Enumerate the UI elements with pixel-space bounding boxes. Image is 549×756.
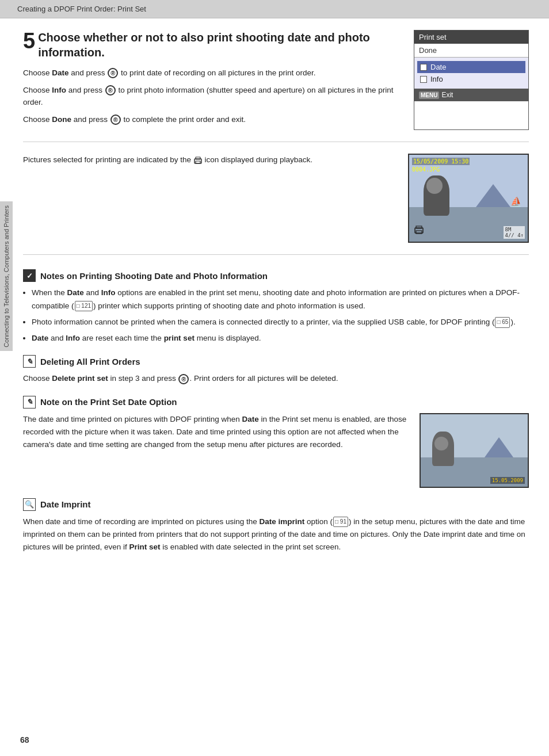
camera-preview: ⛵ 15/05/2009 15:30 0004.JPG 8M4// 4↑ [408, 154, 529, 243]
step-section: 5 Choose whether or not to also print sh… [23, 30, 529, 142]
notes-title: Notes on Printing Shooting Date and Phot… [40, 271, 268, 281]
preview-boat: ⛵ [510, 196, 522, 207]
print-set-body: Date Info [414, 58, 528, 89]
step-para-info: Choose Info and press ® to print photo i… [23, 84, 402, 109]
step-para-date: Choose Date and press ® to print date of… [23, 67, 402, 79]
info-label: Info [430, 75, 443, 83]
notes-header: ✓ Notes on Printing Shooting Date and Ph… [23, 269, 529, 282]
step-para-done: Choose Done and press ® to complete the … [23, 113, 402, 126]
note-bullet-1: When the Date and Info options are enabl… [32, 287, 529, 312]
step-heading: 5 Choose whether or not to also print sh… [23, 30, 402, 60]
ok-icon-1: ® [108, 68, 118, 78]
notes-bullets: When the Date and Info options are enabl… [32, 287, 529, 345]
date-imprint-body: When date and time of recording are impr… [23, 516, 529, 554]
date-imprint-title: Date Imprint [40, 499, 91, 509]
ok-icon-4: ® [178, 374, 189, 384]
print-set-row-info: Info [420, 73, 523, 85]
header-title: Creating a DPOF Print Order: Print Set [17, 5, 146, 13]
step-heading-text: Choose whether or not to also print shoo… [38, 31, 370, 59]
page-number: 68 [20, 735, 29, 744]
print-date-body: The date and time printed on pictures wi… [23, 413, 408, 452]
print-set-footer: MENU Exit [414, 89, 528, 101]
ref-91: □ 91 [333, 517, 348, 528]
playback-section: Pictures selected for printing are indic… [23, 154, 529, 255]
preview-filename: 0004.JPG [412, 166, 440, 173]
header-bar: Creating a DPOF Print Order: Print Set [0, 0, 549, 18]
ref-121: □ 121 [75, 301, 93, 312]
date-imprint-header: 🔍 Date Imprint [23, 498, 529, 511]
footer-exit-label: Exit [441, 91, 453, 99]
step-text: 5 Choose whether or not to also print sh… [23, 30, 402, 130]
playback-text: Pictures selected for printing are indic… [23, 154, 396, 243]
preview-sm-head [434, 437, 448, 450]
search-icon: 🔍 [23, 498, 36, 511]
note-bullet-2: Photo information cannot be printed when… [32, 316, 529, 329]
main-content: 5 Choose whether or not to also print sh… [0, 18, 549, 576]
print-date-title: Note on the Print Set Date Option [40, 397, 177, 407]
preview-sm-mountain [485, 437, 513, 457]
notes-section: ✓ Notes on Printing Shooting Date and Ph… [23, 269, 529, 345]
pencil-icon-2: ✎ [23, 396, 36, 408]
print-set-row-date: Date [417, 61, 525, 73]
print-set-done: Done [414, 44, 528, 58]
deleting-title: Deleting All Print Orders [40, 357, 140, 366]
print-date-header: ✎ Note on the Print Set Date Option [23, 396, 529, 408]
preview-timestamp: 15/05/2009 15:30 [412, 158, 470, 165]
preview-print-icon [414, 225, 424, 237]
deleting-body: Choose Delete print set in step 3 and pr… [23, 372, 529, 385]
preview-mountain [476, 184, 510, 207]
ref-65: □ 65 [495, 317, 510, 328]
playback-para: Pictures selected for printing are indic… [23, 154, 396, 166]
ok-icon-2: ® [105, 85, 116, 96]
side-tab-label: Connecting to Televisions, Computers and… [3, 205, 10, 348]
print-date-content: The date and time printed on pictures wi… [23, 413, 529, 488]
side-tab: Connecting to Televisions, Computers and… [0, 201, 13, 351]
date-label: Date [430, 63, 446, 71]
date-imprint-section: 🔍 Date Imprint When date and time of rec… [23, 498, 529, 554]
deleting-section: ✎ Deleting All Print Orders Choose Delet… [23, 355, 529, 385]
preview-resolution: 8M4// 4↑ [504, 226, 525, 239]
checkbox-info [420, 76, 427, 83]
step-number: 5 [23, 30, 35, 52]
checkbox-date [420, 64, 427, 71]
camera-preview-sm: 15.05.2009 [420, 413, 529, 488]
preview-sm-date: 15.05.2009 [490, 477, 525, 484]
deleting-header: ✎ Deleting All Print Orders [23, 355, 529, 368]
ok-icon-3: ® [110, 114, 121, 125]
note-bullet-3: Date and Info are reset each time the pr… [32, 332, 529, 345]
printer-icon [193, 156, 203, 165]
pencil-icon-1: ✎ [23, 355, 36, 368]
print-date-section: ✎ Note on the Print Set Date Option The … [23, 396, 529, 488]
print-set-ui: Print set Done Date Info MENU Exit [414, 30, 529, 130]
print-icon-svg [414, 225, 424, 235]
checkmark-icon: ✓ [23, 269, 36, 282]
print-set-title: Print set [414, 30, 528, 44]
menu-badge: MENU [419, 91, 439, 99]
